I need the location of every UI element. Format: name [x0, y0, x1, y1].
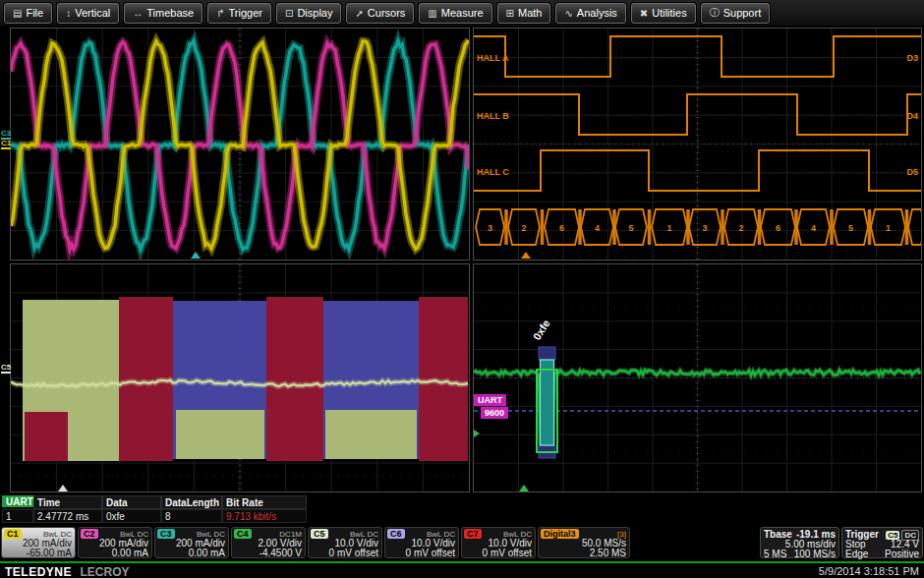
menu-button-timebase[interactable]: ↔Timebase	[124, 3, 202, 24]
bus-decode-value: 3	[488, 223, 492, 233]
oscilloscope-app: ▤File↕Vertical↔Timebase↱Trigger⊡Display➚…	[0, 0, 924, 578]
bus-decode-value: 6	[559, 223, 564, 233]
trigger-slope: Positive	[885, 549, 919, 559]
channel-descriptor-c3[interactable]: C3BwL DC200 mA/div0.00 mA	[154, 527, 229, 558]
cell-data: 0xfe	[102, 509, 161, 523]
timebase-icon: ↔	[133, 8, 143, 19]
uart-table-badge: UART	[2, 495, 37, 507]
grid-panel-pwm-voltages[interactable]	[10, 263, 470, 492]
menu-label: Cursors	[368, 7, 406, 19]
pwm-trace-block	[419, 297, 468, 461]
math-icon: ⊞	[506, 8, 514, 19]
digital-line-label: D4	[906, 111, 918, 121]
channel-descriptor-c2[interactable]: C2BwL DC200 mA/div0.00 mA	[78, 527, 152, 558]
timebase-descriptor[interactable]: Tbase -19.1 ms 5.00 ms/div 5 MS 100 MS/s	[760, 527, 839, 558]
hall-digital-waveforms: HALL AD3HALL BD4HALL CD5326451326451	[474, 29, 921, 260]
pwm-trace-block	[25, 412, 68, 461]
menu-button-vertical[interactable]: ↕Vertical	[57, 3, 119, 24]
date-time: 5/9/2014 3:18:51 PM	[819, 565, 919, 577]
pwm-trace-block	[325, 410, 417, 459]
menu-label: Trigger	[229, 7, 262, 19]
bus-decode-value: 5	[628, 223, 633, 233]
channel-descriptor-strip: Tbase -19.1 ms 5.00 ms/div 5 MS 100 MS/s…	[1, 527, 923, 559]
menu-button-math[interactable]: ⊞Math	[497, 3, 551, 24]
menu-label: Math	[518, 7, 542, 19]
channel-badge: C7	[464, 529, 482, 539]
menu-bar: ▤File↕Vertical↔Timebase↱Trigger⊡Display➚…	[0, 0, 924, 26]
pwm-trace-block	[266, 297, 323, 461]
cell-time: 2.47772 ms	[33, 509, 102, 523]
cell-row-index: 1	[2, 509, 33, 523]
hall-label: HALL B	[477, 111, 509, 121]
bus-decode-value: 6	[776, 223, 780, 233]
channel-badge: C3	[157, 529, 175, 539]
grid-panel-uart-signal[interactable]: 0xfe UART 9600	[473, 263, 922, 492]
uart-decoder-badge[interactable]: UART 9600	[474, 394, 508, 419]
c1-channel-marker[interactable]: C1	[1, 140, 11, 149]
cursors-icon: ➚	[355, 8, 363, 19]
uart-decode-table: UART Time Data DataLength Bit Rate 1 2.4…	[0, 495, 324, 525]
grid-panel-hall-digital[interactable]: HALL AD3HALL BD4HALL CD5326451326451	[473, 28, 922, 260]
brand-lecroy: LECROY	[80, 565, 129, 578]
col-header-bitrate: Bit Rate	[222, 495, 307, 509]
channel-descriptor-c6[interactable]: C6BwL DC10.0 V/div0 mV offset	[384, 527, 459, 558]
channel-offset: 0.00 mA	[189, 548, 225, 558]
menu-button-file[interactable]: ▤File	[4, 3, 52, 24]
trigger-position-marker-uart[interactable]	[519, 485, 529, 491]
hall-label: HALL A	[477, 53, 509, 63]
channel-offset: 0.00 mA	[112, 548, 148, 558]
menu-button-support[interactable]: ⓘSupport	[701, 3, 771, 24]
channel-badge: Digital3	[541, 529, 579, 539]
menu-button-measure[interactable]: ▥Measure	[419, 3, 491, 24]
decode-bar-cap-top	[539, 347, 555, 360]
channel-descriptor-c1[interactable]: C1BwL DC200 mA/div-65.00 mA	[1, 527, 76, 558]
grid-panel-phase-currents[interactable]	[10, 28, 470, 260]
col-header-datalength: DataLength	[161, 495, 222, 509]
menu-button-cursors[interactable]: ➚Cursors	[346, 3, 414, 24]
pwm-trace-block	[176, 410, 264, 459]
menu-button-display[interactable]: ⊡Display	[276, 3, 341, 24]
c4-level-marker[interactable]	[474, 430, 480, 437]
menu-button-analysis[interactable]: ∿Analysis	[555, 3, 625, 24]
channel-descriptor-c5[interactable]: C5BwL DC10.0 V/div0 mV offset	[308, 527, 382, 558]
col-header-data: Data	[102, 495, 161, 509]
measure-icon: ▥	[428, 8, 436, 19]
bus-decode-value: 1	[886, 223, 891, 233]
col-header-time: Time	[33, 495, 102, 509]
trigger-position-marker-currents[interactable]	[191, 252, 201, 259]
channel-badge: C6	[387, 529, 405, 539]
channel-descriptor-digital3[interactable]: Digital3[3]50.0 MS/s2.50 MS	[538, 527, 630, 558]
utilities-icon: ✖	[640, 8, 648, 19]
channel-badge: C2	[81, 529, 98, 539]
channel-badge: C4	[234, 529, 252, 539]
trigger-type: Edge	[845, 549, 868, 559]
trigger-position-marker-pwm[interactable]	[58, 485, 68, 491]
bus-decode-value: 5	[848, 223, 853, 233]
vertical-icon: ↕	[66, 8, 71, 19]
menu-label: Timebase	[146, 7, 194, 19]
menu-button-utilities[interactable]: ✖Utilities	[631, 3, 696, 24]
menu-button-trigger[interactable]: ↱Trigger	[207, 3, 271, 24]
menu-label: Utilities	[652, 7, 686, 19]
bus-decode-value: 4	[595, 223, 600, 233]
menu-label: File	[26, 7, 43, 19]
c5-channel-marker[interactable]: C5	[1, 364, 11, 374]
channel-descriptor-c7[interactable]: C7BwL DC10.0 V/div0 mV offset	[461, 527, 536, 558]
menu-label: Vertical	[75, 7, 110, 19]
channel-badge: C1	[4, 529, 22, 539]
trigger-position-marker-digital[interactable]	[521, 252, 531, 259]
channel-offset: 0 mV offset	[406, 548, 455, 558]
bus-decode-value: 2	[521, 223, 526, 233]
bus-decode-value: 4	[811, 223, 816, 233]
channel-offset: -4.4500 V	[260, 548, 302, 558]
cell-datalength: 8	[161, 509, 222, 523]
uart-baud-rate: 9600	[481, 407, 508, 419]
trigger-descriptor[interactable]: Trigger C5DC Stop 12.4 V Edge Positive	[841, 527, 923, 558]
digital-line-label: D5	[906, 167, 918, 177]
bus-decode-value: 3	[702, 223, 707, 233]
channel-descriptor-c4[interactable]: C4DC1M2.00 V/div-4.4500 V	[231, 527, 306, 558]
hall-label: HALL C	[477, 167, 509, 177]
menu-label: Analysis	[577, 7, 617, 19]
uart-badge-title: UART	[474, 394, 506, 406]
brand-teledyne: TELEDYNE	[5, 565, 72, 578]
